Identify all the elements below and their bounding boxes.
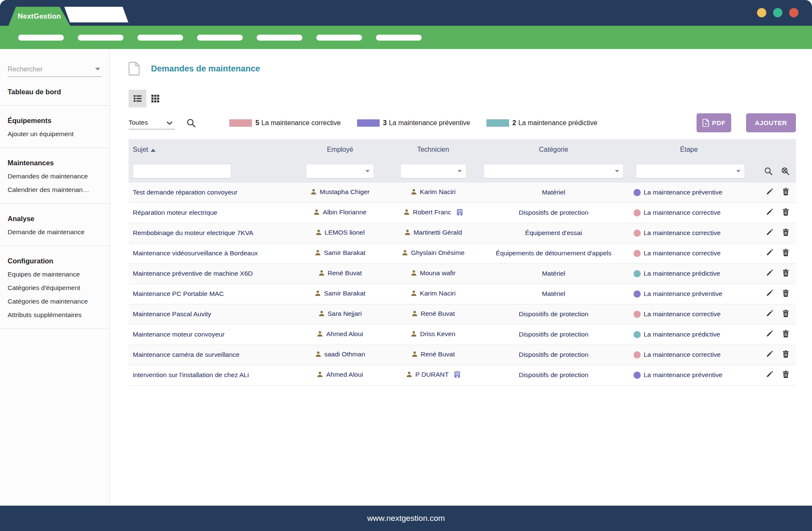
- status-filter-select[interactable]: Toutes: [129, 117, 175, 129]
- apply-filter-button[interactable]: [764, 167, 773, 176]
- edit-button[interactable]: [766, 290, 773, 297]
- pdf-file-icon: [702, 119, 709, 127]
- edit-button[interactable]: [766, 371, 773, 378]
- trash-icon: [782, 188, 789, 195]
- delete-button[interactable]: [782, 289, 789, 297]
- sidebar-group-heading[interactable]: Analyse: [8, 212, 102, 225]
- brand-tab[interactable]: NextGestion: [8, 7, 70, 26]
- filter-select-etape[interactable]: [636, 164, 745, 178]
- delete-button[interactable]: [782, 370, 789, 378]
- column-header-actions: [750, 139, 796, 160]
- delete-button[interactable]: [782, 330, 789, 337]
- person-icon: [315, 229, 322, 235]
- actions-cell: [750, 284, 796, 304]
- delete-button[interactable]: [782, 249, 789, 256]
- edit-button[interactable]: [766, 350, 773, 358]
- search-button[interactable]: [186, 118, 196, 128]
- sidebar-item[interactable]: Catégories de maintenance: [8, 295, 102, 308]
- sidebar-item[interactable]: Catégories d'équipement: [8, 281, 102, 295]
- filter-select-employe[interactable]: [306, 164, 374, 178]
- actions-cell: [750, 182, 796, 203]
- edit-button[interactable]: [766, 188, 773, 195]
- stage-dot: [634, 331, 641, 338]
- person-icon: [411, 290, 417, 296]
- sidebar-item[interactable]: Ajouter un équipement: [8, 127, 102, 141]
- delete-button[interactable]: [782, 350, 789, 358]
- edit-button[interactable]: [766, 310, 773, 317]
- sidebar-item[interactable]: Calendrier des maintenan…: [8, 183, 102, 197]
- subject-cell: Maintenance vidéosurveillance à Bordeaux: [129, 243, 294, 263]
- window-dot-red[interactable]: [789, 8, 798, 17]
- delete-button[interactable]: [782, 208, 789, 216]
- sidebar-item[interactable]: Equipes de maintenance: [8, 268, 102, 281]
- stage-label: La maintenance prédictive: [644, 270, 720, 277]
- edit-button[interactable]: [766, 330, 773, 337]
- window-dot-yellow[interactable]: [757, 8, 766, 17]
- sidebar-group-heading[interactable]: Équipements: [8, 114, 102, 127]
- legend-item: 3 La maintenance préventive: [357, 119, 470, 127]
- stage-label: La maintenance préventive: [644, 371, 722, 379]
- filter-select-technicien[interactable]: [401, 164, 466, 178]
- footer: www.nextgestion.com: [0, 506, 812, 531]
- window-dot-teal[interactable]: [773, 8, 782, 17]
- filter-select-categorie[interactable]: [484, 164, 623, 178]
- column-header-etape[interactable]: Étape: [628, 139, 750, 160]
- menu-pill[interactable]: [376, 35, 422, 41]
- delete-button[interactable]: [782, 228, 789, 236]
- blank-tab: [64, 7, 128, 22]
- table-row: Maintenance PC Portable MAC Samir Baraka…: [129, 284, 796, 304]
- sidebar-group-heading[interactable]: Maintenances: [8, 156, 102, 170]
- add-button[interactable]: AJOUTER: [746, 113, 796, 132]
- table-row: Maintenance vidéosurveillance à Bordeaux…: [129, 243, 796, 263]
- menu-pill[interactable]: [257, 35, 302, 41]
- subject-cell: Maintenance caméra de surveillance: [129, 345, 294, 365]
- trash-icon: [782, 228, 789, 236]
- sidebar-item[interactable]: Demandes de maintenance: [8, 170, 102, 183]
- person-icon: [317, 371, 323, 378]
- stage-dot: [634, 250, 641, 257]
- top-navbar: NextGestion: [0, 0, 812, 26]
- list-view-button[interactable]: [129, 90, 146, 107]
- filter-input-sujet[interactable]: [133, 164, 231, 178]
- menu-pill[interactable]: [197, 35, 243, 41]
- legend-swatch: [229, 119, 252, 127]
- grid-view-button[interactable]: [146, 90, 164, 107]
- sidebar-item[interactable]: Demande de maintenance: [8, 225, 102, 239]
- stage-cell: La maintenance préventive: [628, 182, 750, 203]
- pdf-button[interactable]: PDF: [697, 113, 731, 132]
- clear-filter-button[interactable]: [781, 167, 790, 176]
- delete-button[interactable]: [782, 309, 789, 317]
- delete-button[interactable]: [782, 269, 789, 276]
- menu-pill[interactable]: [18, 35, 64, 41]
- edit-button[interactable]: [766, 208, 773, 216]
- person-icon: [411, 310, 418, 317]
- technician-cell: Driss Keven: [387, 324, 480, 345]
- actions-cell: [750, 243, 796, 263]
- menu-pill[interactable]: [316, 35, 362, 41]
- edit-button[interactable]: [766, 229, 773, 236]
- person-icon: [411, 270, 417, 276]
- person-icon: [315, 249, 321, 256]
- column-header-sujet[interactable]: Sujet: [129, 139, 294, 160]
- trash-icon: [782, 208, 789, 216]
- actions-cell: [750, 365, 796, 385]
- edit-button[interactable]: [766, 269, 773, 276]
- delete-button[interactable]: [782, 188, 789, 195]
- sidebar-search-select[interactable]: Rechercher: [8, 62, 102, 77]
- menu-pill[interactable]: [78, 35, 123, 41]
- column-header-categorie[interactable]: Catégorie: [480, 139, 628, 160]
- column-header-technicien[interactable]: Technicien: [387, 139, 480, 160]
- pencil-icon: [766, 249, 773, 256]
- column-header-employe[interactable]: Employé: [294, 139, 387, 160]
- subject-cell: Maintenance préventive de machine X6D: [129, 263, 294, 284]
- edit-button[interactable]: [766, 249, 773, 256]
- person-icon: [411, 189, 417, 195]
- menu-pill[interactable]: [137, 35, 183, 41]
- sidebar-group-heading[interactable]: Tableau de bord: [8, 85, 102, 99]
- person-icon: [315, 351, 321, 357]
- brand-logo-text: NextGestion: [18, 12, 61, 21]
- category-cell: Matériel: [480, 284, 628, 304]
- trash-icon: [782, 350, 789, 358]
- sidebar-group-heading[interactable]: Configuration: [8, 255, 102, 268]
- sidebar-item[interactable]: Attributs supplémentaires: [8, 308, 102, 322]
